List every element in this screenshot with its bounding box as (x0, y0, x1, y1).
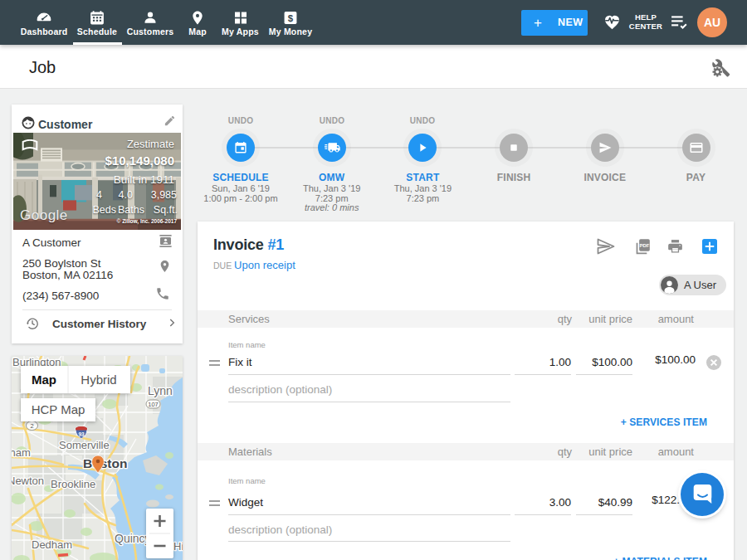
svg-text:Map: Map (32, 373, 56, 387)
svg-text:2: 2 (30, 422, 33, 430)
svg-text:HCP Map: HCP Map (32, 402, 85, 416)
svg-text:Boston: Boston (83, 456, 127, 470)
svg-text:Dedham: Dedham (32, 538, 72, 551)
svg-text:Lynn: Lynn (148, 384, 173, 397)
svg-text:Brookline: Brookline (51, 478, 95, 490)
svg-text:PDF: PDF (639, 243, 649, 248)
svg-text:Quincy: Quincy (115, 532, 151, 545)
svg-text:Hingham: Hingham (173, 540, 183, 553)
svg-text:107: 107 (148, 401, 159, 408)
svg-text:Somerville: Somerville (59, 439, 110, 451)
svg-text:Newton: Newton (12, 475, 44, 487)
svg-text:Hybrid: Hybrid (81, 373, 116, 387)
svg-text:$: $ (288, 13, 294, 23)
svg-text:93: 93 (78, 431, 85, 437)
svg-text:Waltham: Waltham (12, 446, 31, 459)
